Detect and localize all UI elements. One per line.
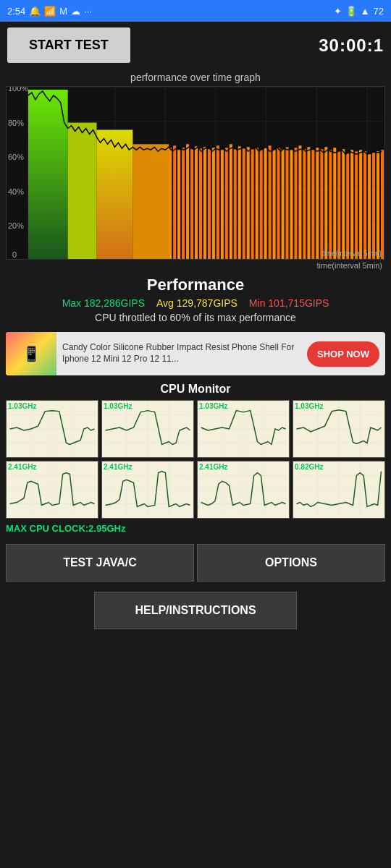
help-button-row: HELP/INSTRUCTIONS bbox=[0, 586, 391, 635]
svg-rect-46 bbox=[269, 145, 272, 259]
svg-rect-25 bbox=[177, 150, 180, 259]
svg-rect-71 bbox=[377, 151, 379, 259]
ad-banner[interactable]: 📱 Candy Color Silicone Rubber Impact Res… bbox=[6, 332, 385, 375]
svg-rect-34 bbox=[216, 145, 219, 259]
svg-rect-62 bbox=[337, 151, 340, 259]
start-test-button[interactable]: START TEST bbox=[7, 27, 130, 63]
svg-rect-55 bbox=[307, 147, 310, 259]
cpu-core-5: 2.41GHz bbox=[6, 461, 98, 519]
svg-rect-24 bbox=[173, 145, 176, 259]
cpu-core-3: 1.03GHz bbox=[197, 400, 290, 458]
wifi-icon: ▲ bbox=[361, 6, 370, 17]
min-stat: Min 101,715GIPS bbox=[249, 297, 329, 309]
cpu-core-2: 1.03GHz bbox=[101, 400, 194, 458]
svg-text:80%: 80% bbox=[8, 119, 24, 127]
avg-stat: Avg 129,787GIPS bbox=[156, 297, 237, 309]
svg-rect-37 bbox=[230, 144, 232, 259]
svg-text:60%: 60% bbox=[8, 153, 24, 161]
cpu-monitor-section: CPU Monitor 1.03GHz 1.03GHz bbox=[0, 380, 391, 540]
cpu-core-5-freq: 2.41GHz bbox=[8, 463, 36, 471]
cpu-core-4-freq: 1.03GHz bbox=[295, 402, 323, 410]
svg-rect-68 bbox=[363, 151, 366, 259]
svg-rect-32 bbox=[208, 149, 211, 259]
svg-rect-40 bbox=[243, 148, 245, 259]
test-java-c-button[interactable]: TEST JAVA/C bbox=[6, 544, 194, 582]
svg-rect-36 bbox=[225, 148, 228, 259]
options-button[interactable]: OPTIONS bbox=[197, 544, 385, 582]
svg-rect-35 bbox=[221, 150, 224, 259]
svg-rect-42 bbox=[251, 149, 254, 259]
svg-rect-33 bbox=[212, 148, 215, 259]
cpu-monitor-title: CPU Monitor bbox=[6, 383, 385, 396]
svg-rect-41 bbox=[247, 147, 250, 259]
battery-x-icon: 🔋 bbox=[345, 6, 357, 17]
svg-rect-45 bbox=[264, 148, 267, 259]
svg-rect-66 bbox=[355, 151, 358, 259]
cpu-core-6: 2.41GHz bbox=[101, 461, 194, 519]
ad-image: 📱 bbox=[6, 332, 56, 375]
status-bar: 2:54 🔔 📶 M ☁ ··· ✦ 🔋 ▲ 72 bbox=[0, 0, 391, 22]
x-axis-label: time(interval 5min) bbox=[322, 250, 382, 258]
battery-level: 72 bbox=[374, 6, 384, 17]
dots-icon: ··· bbox=[84, 6, 92, 17]
svg-rect-43 bbox=[256, 148, 258, 259]
cpu-top-row: 1.03GHz 1.03GHz bbox=[6, 400, 385, 458]
svg-rect-59 bbox=[324, 147, 327, 259]
ad-product-icon: 📱 bbox=[22, 345, 41, 362]
svg-rect-61 bbox=[333, 148, 336, 259]
svg-rect-63 bbox=[342, 149, 345, 259]
svg-rect-26 bbox=[182, 148, 185, 259]
svg-rect-29 bbox=[195, 146, 198, 259]
svg-rect-21 bbox=[97, 130, 133, 260]
cpu-core-8-freq: 0.82GHz bbox=[295, 463, 323, 471]
svg-rect-39 bbox=[238, 146, 241, 259]
performance-title: Performance bbox=[7, 276, 384, 294]
svg-rect-19 bbox=[28, 90, 68, 259]
graph-title: performance over time graph bbox=[6, 69, 385, 86]
cpu-core-6-freq: 2.41GHz bbox=[104, 463, 132, 471]
gmail-icon: M bbox=[59, 6, 67, 17]
status-bar-left: 2:54 🔔 📶 M ☁ ··· bbox=[7, 6, 92, 17]
svg-rect-57 bbox=[316, 148, 319, 259]
svg-rect-72 bbox=[381, 150, 384, 259]
bluetooth-icon: ✦ bbox=[334, 6, 342, 17]
svg-rect-58 bbox=[320, 149, 323, 259]
svg-rect-65 bbox=[350, 150, 353, 259]
svg-rect-30 bbox=[199, 148, 202, 259]
help-instructions-button[interactable]: HELP/INSTRUCTIONS bbox=[94, 592, 297, 629]
signal-icon: 📶 bbox=[44, 6, 56, 17]
cpu-core-8: 0.82GHz bbox=[293, 461, 385, 519]
cpu-core-3-freq: 1.03GHz bbox=[199, 402, 227, 410]
bottom-buttons: TEST JAVA/C OPTIONS bbox=[0, 540, 391, 586]
svg-rect-27 bbox=[186, 144, 189, 259]
max-cpu-clock: MAX CPU CLOCK:2.95GHz bbox=[6, 522, 385, 537]
weather-icon: ☁ bbox=[71, 6, 80, 17]
svg-text:100%: 100% bbox=[8, 87, 28, 93]
svg-text:20%: 20% bbox=[8, 221, 24, 230]
svg-rect-69 bbox=[368, 154, 371, 259]
svg-rect-28 bbox=[190, 149, 193, 259]
cpu-core-2-freq: 1.03GHz bbox=[104, 402, 132, 410]
svg-rect-47 bbox=[273, 150, 276, 259]
max-stat: Max 182,286GIPS bbox=[62, 297, 145, 309]
svg-text:40%: 40% bbox=[8, 187, 24, 196]
svg-rect-48 bbox=[277, 148, 280, 259]
svg-rect-64 bbox=[346, 153, 349, 259]
cpu-core-7: 2.41GHz bbox=[197, 461, 290, 519]
svg-rect-31 bbox=[203, 147, 206, 259]
performance-stats: Max 182,286GIPS Avg 129,787GIPS Min 101,… bbox=[7, 297, 384, 309]
svg-rect-54 bbox=[303, 149, 306, 259]
graph-container: 100% 80% 60% 40% 20% 0 bbox=[6, 86, 385, 260]
svg-rect-56 bbox=[311, 150, 314, 259]
svg-rect-49 bbox=[282, 149, 285, 259]
shop-now-button[interactable]: SHOP NOW bbox=[307, 341, 379, 367]
svg-rect-67 bbox=[359, 150, 362, 259]
cpu-core-1: 1.03GHz bbox=[6, 400, 98, 458]
performance-graph: 100% 80% 60% 40% 20% 0 bbox=[7, 87, 384, 259]
x-axis-label-bottom: time(interval 5min) bbox=[6, 260, 385, 271]
svg-rect-20 bbox=[68, 123, 97, 259]
performance-section: Performance Max 182,286GIPS Avg 129,787G… bbox=[0, 271, 391, 328]
svg-rect-44 bbox=[260, 150, 263, 259]
header-row: START TEST 30:00:1 bbox=[0, 22, 391, 69]
bottom-space bbox=[0, 635, 391, 765]
